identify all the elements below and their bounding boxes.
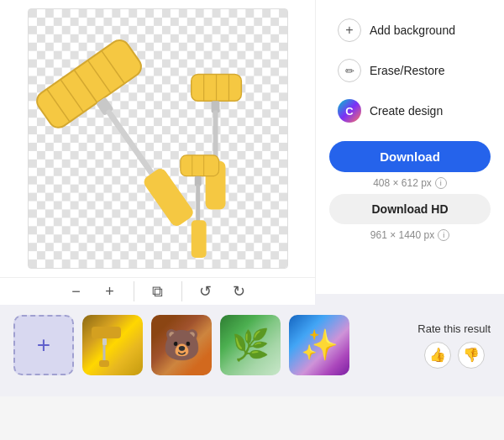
rate-section: Rate this result 👍 👎: [417, 322, 491, 369]
create-design-button[interactable]: C Create design: [329, 92, 491, 129]
thumbnail-3[interactable]: 🌿: [220, 315, 281, 375]
svg-rect-23: [180, 155, 218, 176]
thumbs-down-button[interactable]: 👎: [458, 342, 485, 369]
toolbar-divider-2: [181, 281, 182, 301]
erase-restore-icon: ✏: [338, 59, 361, 82]
erase-restore-button[interactable]: ✏ Erase/Restore: [329, 52, 491, 89]
paint-rollers-svg: [29, 9, 287, 268]
redo-button[interactable]: ↻: [226, 278, 253, 305]
svg-rect-31: [102, 338, 107, 345]
canvas-wrapper: − + ⧉ ↺ ↻: [0, 0, 315, 294]
add-background-label: Add background: [370, 24, 455, 37]
add-thumbnail-icon: +: [37, 332, 50, 359]
thumbnail-2[interactable]: 🐻: [151, 315, 212, 375]
thumbnail-1[interactable]: [82, 315, 143, 375]
svg-rect-30: [92, 327, 121, 338]
thumbnail-4[interactable]: ✨: [289, 315, 349, 375]
svg-rect-4: [29, 9, 287, 268]
canvas-area: [0, 0, 315, 277]
svg-rect-29: [191, 220, 206, 258]
download-size: 408 × 612 px i: [329, 177, 491, 189]
bottom-area: + 🐻 🌿 ✨ Rate this result 👍 👎: [0, 294, 504, 396]
thumb-1-content: [82, 315, 143, 375]
compare-button[interactable]: ⧉: [144, 278, 171, 305]
download-hd-button[interactable]: Download HD: [329, 194, 491, 224]
zoom-in-button[interactable]: +: [97, 278, 123, 305]
erase-restore-label: Erase/Restore: [370, 64, 444, 77]
sidebar: + Add background ✏ Erase/Restore C Creat…: [315, 0, 504, 294]
svg-rect-33: [99, 360, 109, 367]
thumb-3-content: 🌿: [220, 315, 281, 375]
rate-label: Rate this result: [417, 322, 491, 335]
toolbar-divider-1: [134, 281, 134, 301]
download-section: Download 408 × 612 px i Download HD 961 …: [329, 141, 491, 241]
thumb-4-content: ✨: [289, 315, 349, 375]
canva-icon: C: [338, 99, 361, 123]
thumbs-up-button[interactable]: 👍: [424, 342, 451, 369]
download-info-icon[interactable]: i: [435, 177, 447, 189]
add-background-icon: +: [338, 18, 361, 42]
create-design-label: Create design: [370, 104, 443, 118]
thumb-2-content: 🐻: [151, 315, 212, 375]
zoom-out-button[interactable]: −: [63, 278, 90, 305]
download-button[interactable]: Download: [329, 141, 491, 172]
canvas-image: [28, 8, 288, 269]
undo-button[interactable]: ↺: [192, 278, 219, 305]
toolbar: − + ⧉ ↺ ↻: [0, 277, 315, 305]
download-hd-info-icon[interactable]: i: [438, 229, 449, 241]
add-background-button[interactable]: + Add background: [329, 12, 491, 49]
rate-buttons: 👍 👎: [424, 342, 485, 369]
download-hd-size: 961 × 1440 px i: [329, 229, 491, 241]
thumbnail-add[interactable]: +: [13, 315, 74, 375]
